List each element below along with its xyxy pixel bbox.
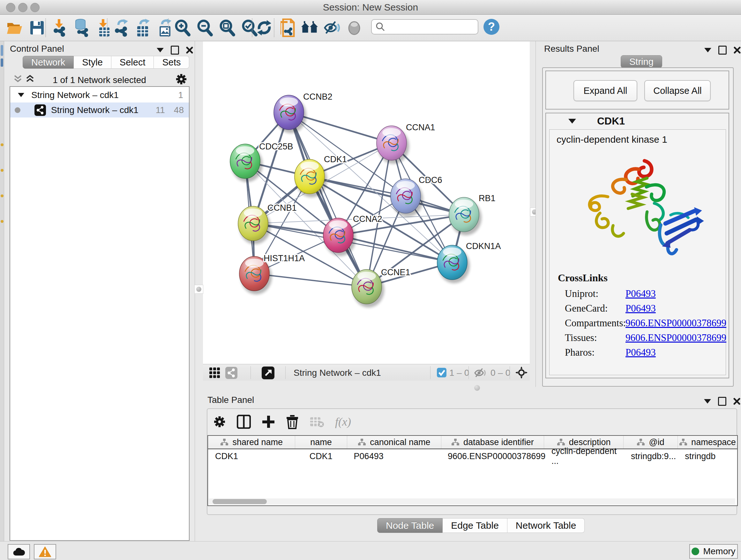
collapse-all-button[interactable]: Collapse All (644, 80, 711, 101)
selected-checkbox-icon[interactable] (437, 368, 447, 377)
first-neighbors-houses-icon[interactable] (300, 18, 319, 37)
network-node-CCNA1[interactable] (377, 126, 409, 164)
status-bar: Memory (0, 541, 741, 560)
refresh-icon[interactable] (255, 18, 273, 37)
export-table-icon[interactable] (134, 18, 152, 37)
table-panel: Table Panel f(x) shared name name can (203, 394, 741, 541)
crosslink-uniprot-link[interactable]: P06493 (625, 288, 656, 300)
birds-eye-view-icon[interactable] (262, 367, 274, 379)
crosslink-label: Uniprot: (565, 288, 598, 300)
hide-selected-eye-icon[interactable] (323, 18, 341, 37)
create-column-plus-icon[interactable] (262, 415, 275, 428)
zoom-in-icon[interactable] (173, 18, 191, 37)
import-network-icon[interactable] (51, 18, 68, 37)
network-node-CDC6[interactable] (391, 179, 423, 217)
network-view-share-icon[interactable] (225, 367, 238, 379)
crosslink-genecard-link[interactable]: P06493 (625, 303, 656, 314)
table-panel-maximize-icon[interactable] (718, 397, 726, 406)
memory-button[interactable]: Memory (689, 544, 738, 559)
protein-collapse-triangle-icon[interactable] (568, 119, 576, 124)
results-panel-float-icon[interactable] (704, 48, 711, 52)
tab-string[interactable]: String (621, 55, 662, 68)
network-node-CCNA2[interactable] (323, 218, 356, 256)
results-panel-maximize-icon[interactable] (718, 46, 727, 55)
vertical-splitter-handle[interactable] (194, 285, 203, 294)
network-view-toolbar: String Network – cdk1 1 – 0 0 – 0 (203, 364, 530, 381)
column-header-database-identifier[interactable]: database identifier (441, 436, 544, 449)
title-bar: Session: New Session (0, 0, 741, 15)
network-collection-row[interactable]: String Network – cdk1 1 (10, 87, 189, 103)
cloud-icon (12, 547, 25, 556)
crosslinks-title: CrossLinks (558, 272, 608, 284)
background-window-sliver (0, 41, 4, 541)
export-image-icon[interactable] (157, 18, 175, 37)
network-selection-summary: 1 of 1 Network selected (4, 75, 195, 85)
column-header-namespace[interactable]: namespace (678, 436, 737, 449)
network-node-CCNE1[interactable] (352, 269, 384, 307)
node-label: CDKN1A (466, 241, 501, 251)
table-row[interactable]: CDK1 CDK1 P06493 9606.ENSP00000378699 cy… (208, 449, 737, 463)
delete-table-icon[interactable] (310, 415, 324, 428)
delete-column-trash-icon[interactable] (286, 415, 299, 429)
crosslink-compartments-link[interactable]: 9606.ENSP00000378699 (625, 317, 726, 329)
expand-all-button[interactable]: Expand All (574, 80, 637, 101)
table-panel-float-icon[interactable] (704, 399, 711, 403)
network-node-CCNB2[interactable] (274, 95, 307, 133)
network-node-RB1[interactable] (449, 197, 482, 235)
network-node-CDK1[interactable] (294, 159, 327, 197)
show-all-eye-icon[interactable] (345, 18, 363, 37)
cloud-status-button[interactable] (8, 544, 30, 559)
collection-expand-triangle-icon[interactable] (18, 93, 24, 97)
tab-select[interactable]: Select (111, 56, 154, 69)
tab-style[interactable]: Style (74, 56, 111, 69)
network-row[interactable]: String Network – cdk1 11 48 (10, 103, 189, 118)
tab-sets[interactable]: Sets (154, 56, 189, 69)
toolbar-separator (274, 18, 274, 37)
warning-status-button[interactable] (34, 544, 56, 559)
network-node-CDC25B[interactable] (230, 144, 263, 182)
network-node-CDKN1A[interactable] (437, 245, 470, 283)
main-toolbar: ? (0, 15, 741, 41)
network-canvas[interactable]: CCNB2CCNA1CDC25BCDK1CDC6RB1CCNB1CCNA2CDK… (203, 42, 530, 364)
import-network-database-icon[interactable] (73, 18, 91, 37)
horizontal-splitter-handle[interactable] (474, 385, 480, 391)
separator (510, 366, 510, 379)
control-panel-maximize-icon[interactable] (171, 46, 179, 55)
node-table: shared name name canonical name database… (207, 435, 738, 506)
table-panel-close-icon[interactable] (733, 398, 740, 405)
zoom-out-icon[interactable] (196, 18, 213, 37)
column-header-name[interactable]: name (295, 436, 347, 449)
network-file-icon[interactable] (278, 18, 296, 37)
scrollbar-thumb[interactable] (212, 499, 267, 504)
column-header-shared-name[interactable]: shared name (208, 436, 295, 449)
results-panel-close-icon[interactable] (734, 47, 741, 54)
network-list: String Network – cdk1 1 String Network –… (10, 86, 190, 541)
tab-network[interactable]: Network (23, 56, 74, 69)
tab-edge-table[interactable]: Edge Table (443, 518, 508, 533)
table-horizontal-scrollbar[interactable] (209, 498, 735, 505)
fit-selected-crosshair-icon[interactable] (515, 366, 528, 379)
tab-node-table[interactable]: Node Table (377, 518, 443, 533)
hidden-node-edge-counts: 0 – 0 (490, 368, 510, 378)
crosslink-tissues-link[interactable]: 9606.ENSP00000378699 (625, 332, 726, 344)
grid-view-icon[interactable] (209, 368, 220, 378)
control-panel-float-icon[interactable] (157, 48, 164, 52)
tab-network-table[interactable]: Network Table (508, 518, 585, 533)
crosslink-pharos-link[interactable]: P06493 (625, 347, 656, 358)
table-options-gear-icon[interactable] (213, 415, 226, 428)
help-icon[interactable]: ? (482, 17, 500, 37)
search-input[interactable] (385, 22, 473, 32)
column-header-canonical-name[interactable]: canonical name (347, 436, 441, 449)
export-network-icon[interactable] (112, 18, 130, 37)
show-columns-icon[interactable] (237, 415, 251, 429)
column-header-id[interactable]: @id (623, 436, 677, 449)
function-builder-icon[interactable]: f(x) (335, 415, 351, 428)
network-options-gear-icon[interactable] (175, 73, 187, 85)
import-table-icon[interactable] (95, 18, 113, 37)
zoom-fit-icon[interactable] (218, 18, 236, 37)
control-panel-close-icon[interactable] (186, 47, 193, 54)
hidden-eye-icon[interactable] (474, 367, 486, 379)
save-session-icon[interactable] (28, 18, 46, 37)
memory-label: Memory (703, 546, 735, 557)
open-folder-icon[interactable] (6, 18, 23, 37)
